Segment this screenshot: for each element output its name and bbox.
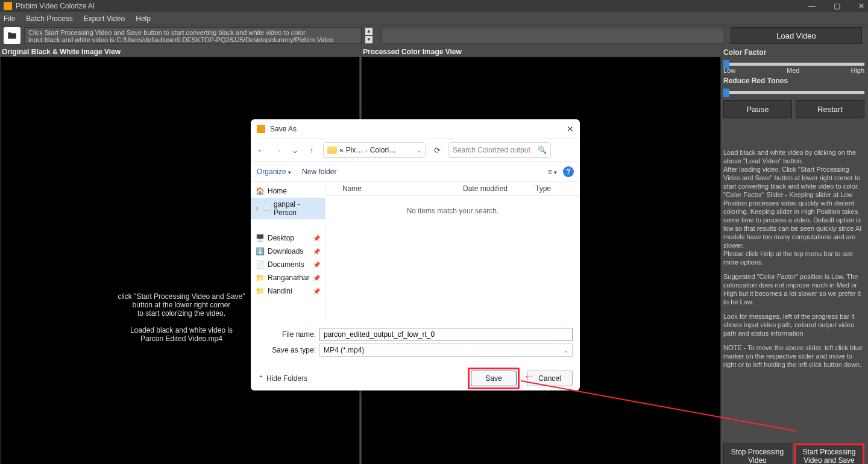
filetype-label: Save as type:: [258, 346, 316, 354]
col-name[interactable]: Name: [342, 184, 463, 193]
start-processing-button[interactable]: Start Processing Video and Save: [794, 444, 864, 464]
nav-back-icon[interactable]: ←: [256, 146, 266, 155]
reduce-red-slider[interactable]: [723, 91, 864, 94]
menu-file[interactable]: File: [4, 14, 15, 23]
folder-icon: [7, 30, 17, 41]
dialog-title: Save As: [270, 125, 297, 133]
menubar: File Batch Process Export Video Help: [0, 12, 868, 25]
nav-recent-icon[interactable]: ⌄: [289, 146, 300, 155]
hide-folders-toggle[interactable]: ⌃ Hide Folders: [258, 374, 307, 383]
tree-personal[interactable]: ›☁️ganpal - Person: [251, 198, 325, 219]
stop-processing-button[interactable]: Stop Processing Video: [723, 444, 791, 464]
dialog-nav: ← → ⌄ ↑ « Pix… › Colori… ⌄ ⟳ Search Colo…: [251, 139, 580, 161]
toolbar: Click Start Processing Video and Save bu…: [0, 25, 868, 46]
pause-button[interactable]: Pause: [723, 100, 792, 118]
dialog-app-icon: [257, 125, 265, 133]
organize-menu[interactable]: Organize ▾: [257, 168, 291, 176]
scroll-down-icon[interactable]: ▼: [365, 36, 373, 43]
tree-downloads[interactable]: ⬇️Downloads📌: [251, 245, 325, 258]
tree-folder-nand[interactable]: 📁Nandini📌: [251, 284, 325, 298]
refresh-icon[interactable]: ⟳: [432, 146, 442, 155]
status-message-box: Click Start Processing Video and Save bu…: [24, 27, 362, 44]
pin-icon: 📌: [313, 288, 320, 295]
tree-desktop[interactable]: 🖥️Desktop📌: [251, 231, 325, 245]
filename-input[interactable]: [319, 328, 573, 341]
empty-message: No items match your search.: [326, 207, 580, 215]
menu-help[interactable]: Help: [136, 14, 151, 23]
documents-icon: 📄: [256, 260, 264, 269]
dialog-search-input[interactable]: Search Colorized output 🔍: [448, 142, 551, 158]
folder-icon: [327, 146, 337, 154]
col-type[interactable]: Type: [535, 184, 551, 193]
breadcrumb[interactable]: « Pix… › Colori… ⌄: [323, 142, 426, 158]
pin-icon: 📌: [313, 235, 320, 242]
restart-button[interactable]: Restart: [796, 100, 864, 118]
downloads-icon: ⬇️: [256, 247, 264, 256]
pin-icon: 📌: [313, 262, 320, 268]
file-list-header[interactable]: Name Date modified Type: [326, 182, 580, 196]
menu-batch-process[interactable]: Batch Process: [26, 14, 72, 23]
dialog-close-icon[interactable]: ✕: [567, 124, 574, 134]
new-folder-button[interactable]: New folder: [302, 168, 336, 176]
menu-export-video[interactable]: Export Video: [84, 14, 125, 23]
status-scroll[interactable]: ▲ ▼: [365, 28, 373, 43]
dialog-fields: File name: Save as type: MP4 (*.mp4)⌄: [251, 322, 580, 363]
filetype-select[interactable]: MP4 (*.mp4)⌄: [319, 343, 573, 357]
search-icon: 🔍: [538, 146, 547, 154]
col-date[interactable]: Date modified: [463, 184, 535, 193]
folder-icon: 📁: [256, 274, 264, 282]
folder-icon: 📁: [256, 287, 264, 295]
cf-med-label: Med: [787, 67, 799, 74]
cf-high-label: High: [851, 67, 864, 74]
cloud-icon: ☁️: [262, 204, 270, 213]
info-p1: Load black and white video by clicking o…: [723, 148, 864, 266]
nav-up-icon[interactable]: ↑: [306, 146, 317, 155]
crumb-1[interactable]: Pix…: [346, 146, 363, 154]
dialog-toolbar: Organize ▾ New folder ≡ ▾ ?: [251, 161, 580, 182]
titlebar: Pixbim Video Colorize AI — ▢ ✕: [0, 0, 868, 12]
search-placeholder: Search Colorized output: [453, 146, 530, 154]
home-icon: 🏠: [256, 187, 264, 195]
save-button-highlight: Save: [468, 368, 520, 389]
info-p2: Suggested "Color Factor" position is Low…: [723, 272, 864, 306]
dialog-titlebar: Save As ✕: [251, 119, 580, 139]
color-factor-slider[interactable]: [723, 63, 864, 66]
tree-home[interactable]: 🏠Home: [251, 184, 325, 198]
window-maximize-icon[interactable]: ▢: [834, 2, 840, 10]
save-button[interactable]: Save: [471, 371, 517, 386]
save-as-dialog: Save As ✕ ← → ⌄ ↑ « Pix… › Colori… ⌄ ⟳ S…: [251, 119, 580, 390]
window-minimize-icon[interactable]: —: [808, 2, 816, 10]
annotation-arrow-icon: ←: [523, 369, 535, 383]
file-list: Name Date modified Type No items match y…: [326, 182, 580, 322]
crumb-2[interactable]: Colori…: [370, 146, 396, 154]
load-video-button[interactable]: Load Video: [731, 27, 862, 44]
reduce-red-label: Reduce Red Tones: [723, 77, 864, 85]
color-factor-thumb[interactable]: [723, 60, 729, 69]
status-line-2: input black and white video is C:/Users/…: [28, 36, 357, 44]
help-icon[interactable]: ?: [563, 166, 574, 177]
app-icon: [4, 2, 12, 10]
sidebar: Color Factor Low Med High Reduce Red Ton…: [721, 46, 868, 464]
color-factor-label: Color Factor: [723, 48, 864, 57]
tree-folder-rang[interactable]: 📁Ranganathar📌: [251, 271, 325, 284]
window-close-icon[interactable]: ✕: [858, 2, 864, 10]
original-view-title: Original Black & White Image View: [2, 48, 121, 56]
status-line-1: Click Start Processing Video and Save bu…: [28, 29, 357, 36]
processed-view-title: Processed Color Image View: [363, 48, 462, 56]
app-title: Pixbim Video Colorize AI: [16, 2, 808, 10]
pin-icon: 📌: [313, 248, 320, 255]
folder-tree: 🏠Home ›☁️ganpal - Person 🖥️Desktop📌 ⬇️Do…: [251, 182, 326, 322]
view-mode-icon[interactable]: ≡ ▾: [548, 168, 557, 176]
scroll-up-icon[interactable]: ▲: [365, 28, 373, 35]
filename-label: File name:: [258, 330, 316, 339]
tree-documents[interactable]: 📄Documents📌: [251, 258, 325, 271]
open-folder-button[interactable]: [4, 27, 20, 44]
desktop-icon: 🖥️: [256, 234, 264, 242]
pin-icon: 📌: [313, 275, 320, 281]
reduce-red-thumb[interactable]: [723, 89, 729, 97]
sidebar-info: Load black and white video by clicking o…: [723, 148, 864, 375]
search-bar[interactable]: [381, 28, 725, 43]
info-p3: Look for messages, left of the progress …: [723, 312, 864, 337]
nav-forward-icon[interactable]: →: [272, 146, 283, 155]
info-p4: NOTE - To move the above slider, left cl…: [723, 343, 864, 369]
